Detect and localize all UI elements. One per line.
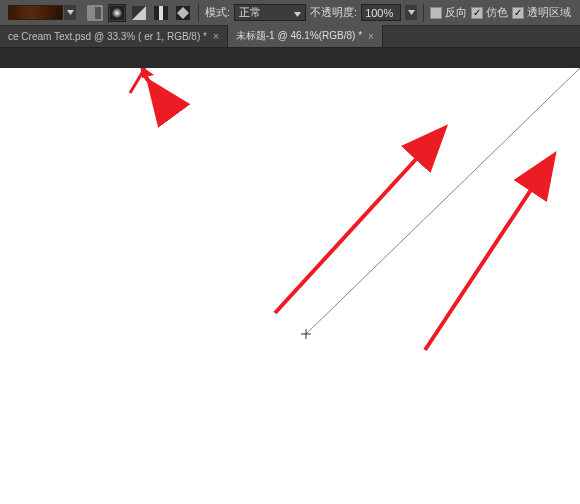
svg-rect-1 [88,6,95,20]
svg-line-8 [306,68,580,334]
gradient-picker[interactable] [8,5,76,20]
mode-label: 模式: [205,5,230,20]
svg-marker-12 [140,68,154,78]
radial-gradient-icon[interactable] [108,4,126,22]
canvas[interactable] [0,68,580,504]
opacity-dropdown[interactable] [405,5,417,20]
tab-document-1[interactable]: ce Cream Text.psd @ 33.3% ( er 1, RGB/8)… [0,25,228,47]
reflected-gradient-icon[interactable] [152,4,170,22]
opacity-label: 不透明度: [310,5,357,20]
checkbox-icon [512,7,524,19]
gradient-dropdown[interactable] [64,5,76,20]
close-icon[interactable]: × [213,31,219,42]
svg-line-14 [425,161,550,350]
dither-checkbox[interactable]: 仿色 [471,5,508,20]
transparency-checkbox[interactable]: 透明区域 [512,5,571,20]
checkbox-icon [471,7,483,19]
diamond-gradient-icon[interactable] [174,4,192,22]
chevron-down-icon [294,7,301,19]
close-icon[interactable]: × [368,31,374,42]
tab-document-2[interactable]: 未标题-1 @ 46.1%(RGB/8) * × [228,25,383,47]
opacity-input[interactable]: 100% [361,4,401,21]
reverse-checkbox[interactable]: 反向 [430,5,467,20]
svg-rect-6 [159,6,163,20]
mode-value: 正常 [239,5,261,20]
mode-dropdown[interactable]: 正常 [234,4,306,21]
reverse-label: 反向 [445,5,467,20]
linear-gradient-icon[interactable] [86,4,104,22]
svg-point-3 [112,8,122,18]
svg-line-13 [275,133,440,313]
canvas-border [0,48,580,68]
tab-title: ce Cream Text.psd @ 33.3% ( er 1, RGB/8)… [8,31,207,42]
dither-label: 仿色 [486,5,508,20]
tab-title: 未标题-1 @ 46.1%(RGB/8) * [236,29,362,43]
transparency-label: 透明区域 [527,5,571,20]
options-bar: 模式: 正常 不透明度: 100% 反向 仿色 透明区域 [0,0,580,26]
gradient-swatch[interactable] [8,5,63,20]
checkbox-icon [430,7,442,19]
angle-gradient-icon[interactable] [130,4,148,22]
document-tabs: ce Cream Text.psd @ 33.3% ( er 1, RGB/8)… [0,26,580,48]
opacity-value: 100% [365,7,393,19]
